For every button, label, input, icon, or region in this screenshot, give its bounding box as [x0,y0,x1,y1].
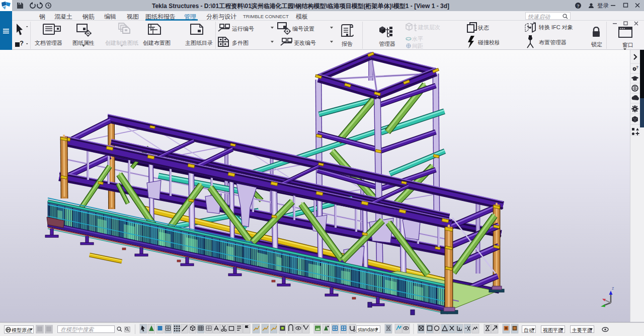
svg-text:z: z [612,286,614,291]
svg-text:水平: 水平 [412,36,423,42]
svg-text:间距: 间距 [412,43,423,49]
svg-text:布置管理器: 布置管理器 [539,39,567,45]
svg-text:?: ? [577,4,580,9]
svg-text:建筑层次: 建筑层次 [418,24,440,30]
svg-text:碰撞校核: 碰撞校核 [477,39,499,45]
svg-text:?: ? [20,39,24,47]
svg-text:转换 IFC 对象: 转换 IFC 对象 [538,24,573,30]
svg-text:?: ? [636,65,638,70]
svg-text:状态: 状态 [477,25,489,31]
